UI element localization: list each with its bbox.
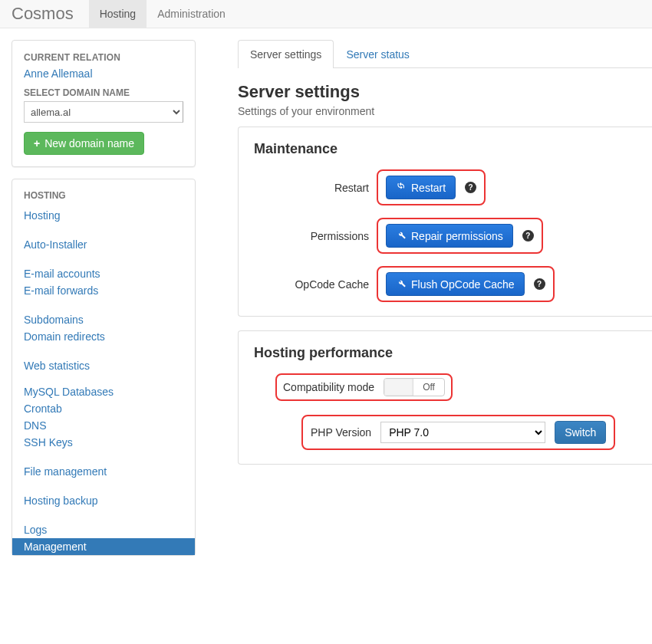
nav-dns[interactable]: DNS	[12, 417, 195, 434]
maintenance-title: Maintenance	[254, 141, 637, 157]
performance-section: Hosting performance Compatibility mode O…	[238, 330, 652, 465]
current-relation-heading: CURRENT RELATION	[24, 52, 183, 63]
opcode-highlight-frame: Flush OpCode Cache ?	[377, 266, 555, 302]
permissions-label: Permissions	[254, 230, 377, 242]
domain-select[interactable]: allema.al	[24, 101, 183, 123]
compat-toggle-state: Off	[413, 382, 444, 393]
nav-hosting[interactable]: Hosting	[12, 207, 195, 224]
relation-panel: CURRENT RELATION Anne Allemaal SELECT DO…	[12, 40, 196, 167]
nav-email-forwards[interactable]: E-mail forwards	[12, 282, 195, 299]
page-title: Server settings	[238, 82, 652, 102]
help-icon[interactable]: ?	[534, 278, 545, 290]
compat-toggle[interactable]: Off	[384, 378, 445, 396]
permissions-highlight-frame: Repair permissions ?	[377, 218, 543, 254]
nav-domain-redirects[interactable]: Domain redirects	[12, 328, 195, 345]
new-domain-button[interactable]: + New domain name	[24, 132, 144, 155]
flush-opcode-label: Flush OpCode Cache	[411, 278, 515, 291]
tab-server-settings[interactable]: Server settings	[238, 40, 334, 68]
plus-icon: +	[34, 137, 40, 150]
nav-email-accounts[interactable]: E-mail accounts	[12, 265, 195, 282]
restart-highlight-frame: Restart ?	[377, 169, 486, 205]
php-version-label: PHP Version	[311, 426, 371, 439]
refresh-icon	[396, 181, 407, 194]
nav-logs[interactable]: Logs	[12, 521, 195, 538]
compat-label: Compatibility mode	[283, 381, 374, 393]
nav-crontab[interactable]: Crontab	[12, 400, 195, 417]
nav-hosting-backup[interactable]: Hosting backup	[12, 492, 195, 509]
php-version-select[interactable]: PHP 7.0	[380, 422, 545, 443]
repair-permissions-button[interactable]: Repair permissions	[386, 224, 513, 248]
help-icon[interactable]: ?	[522, 230, 534, 242]
page-subtitle: Settings of your environment	[238, 105, 652, 117]
top-navbar: Cosmos Hosting Administration	[0, 0, 652, 28]
select-domain-label: SELECT DOMAIN NAME	[24, 87, 183, 98]
compat-highlight-frame: Compatibility mode Off	[275, 373, 453, 401]
repair-permissions-label: Repair permissions	[411, 230, 503, 242]
help-icon[interactable]: ?	[465, 182, 476, 193]
opcode-label: OpCode Cache	[254, 278, 377, 291]
nav-mysql[interactable]: MySQL Databases	[12, 383, 195, 400]
current-relation-link[interactable]: Anne Allemaal	[24, 67, 183, 80]
maintenance-section: Maintenance Restart Restart ? Permission…	[238, 127, 652, 317]
new-domain-label: New domain name	[44, 137, 134, 150]
toggle-knob	[384, 379, 413, 396]
tabs-bar: Server settings Server status	[238, 40, 652, 68]
nav-ssh-keys[interactable]: SSH Keys	[12, 434, 195, 451]
restart-label: Restart	[254, 182, 377, 194]
restart-button-label: Restart	[411, 182, 446, 194]
switch-button-label: Switch	[565, 426, 596, 439]
nav-auto-installer[interactable]: Auto-Installer	[12, 236, 195, 253]
nav-management[interactable]: Management	[12, 538, 195, 555]
php-highlight-frame: PHP Version PHP 7.0 Switch	[301, 415, 615, 450]
hosting-nav-panel: HOSTING Hosting Auto-Installer E-mail ac…	[12, 179, 196, 556]
brand-title: Cosmos	[12, 4, 74, 24]
sidebar: CURRENT RELATION Anne Allemaal SELECT DO…	[0, 28, 207, 556]
topnav-administration[interactable]: Administration	[147, 0, 236, 28]
main-content: Server settings Server status Server set…	[207, 28, 652, 478]
nav-file-management[interactable]: File management	[12, 463, 195, 480]
switch-button[interactable]: Switch	[555, 421, 606, 444]
flush-opcode-button[interactable]: Flush OpCode Cache	[386, 272, 525, 296]
topnav-hosting[interactable]: Hosting	[89, 0, 147, 28]
nav-web-statistics[interactable]: Web statistics	[12, 357, 195, 374]
performance-title: Hosting performance	[254, 345, 637, 361]
nav-subdomains[interactable]: Subdomains	[12, 311, 195, 328]
wrench-icon	[396, 229, 407, 242]
restart-button[interactable]: Restart	[386, 176, 456, 199]
wrench-icon	[396, 278, 407, 291]
tab-server-status[interactable]: Server status	[334, 40, 421, 68]
hosting-nav-heading: HOSTING	[12, 179, 195, 207]
